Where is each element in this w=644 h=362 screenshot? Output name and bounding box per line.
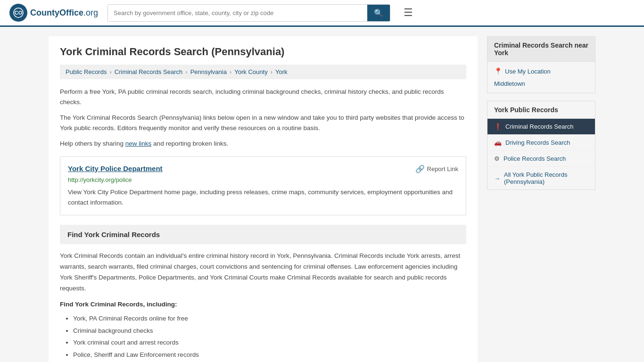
nearby-box-body: 📍 Use My Location Middletown <box>487 62 595 93</box>
report-icon: 🔗 <box>415 165 425 173</box>
arrow-icon: → <box>494 175 500 182</box>
logo-link[interactable]: CO CountyOffice.org <box>9 4 98 22</box>
find-section-header: Find York Criminal Records <box>60 225 466 244</box>
breadcrumb-york[interactable]: York <box>275 68 288 75</box>
list-item: York, PA Criminal Records online for fre… <box>73 313 466 325</box>
breadcrumb: Public Records › Criminal Records Search… <box>60 65 466 79</box>
breadcrumb-sep-4: › <box>271 68 272 75</box>
sidebar: Criminal Records Search near York 📍 Use … <box>487 36 595 362</box>
sidebar-item-police-records[interactable]: ⚙ Police Records Search <box>487 151 595 167</box>
location-pin-icon: 📍 <box>494 67 502 75</box>
settings-icon: ⚙ <box>494 155 500 162</box>
site-header: CO CountyOffice.org 🔍 ☰ <box>0 0 644 27</box>
page-title: York Criminal Records Search (Pennsylvan… <box>60 46 466 58</box>
breadcrumb-sep-2: › <box>185 68 187 75</box>
breadcrumb-criminal-records-search[interactable]: Criminal Records Search <box>115 68 183 75</box>
all-public-records-link[interactable]: → All York Public Records (Pennsylvania) <box>487 167 595 189</box>
middletown-link[interactable]: Middletown <box>494 80 525 87</box>
breadcrumb-pennsylvania[interactable]: Pennsylvania <box>190 68 227 75</box>
find-section-title: Find York Criminal Records <box>67 230 459 239</box>
sidebar-item-driving-records[interactable]: 🚗 Driving Records Search <box>487 135 595 151</box>
exclamation-icon: ❗ <box>494 123 502 130</box>
car-icon: 🚗 <box>494 139 502 146</box>
description-3: Help others by sharing new links and rep… <box>60 139 466 149</box>
police-records-link[interactable]: ⚙ Police Records Search <box>487 151 595 166</box>
description-1: Perform a free York, PA public criminal … <box>60 87 466 107</box>
breadcrumb-public-records[interactable]: Public Records <box>66 68 107 75</box>
record-description: View York City Police Department home pa… <box>68 187 458 207</box>
nearby-box-title: Criminal Records Search near York <box>487 37 595 62</box>
logo-text: CountyOffice.org <box>30 8 98 18</box>
record-link-title[interactable]: York City Police Department <box>68 165 163 173</box>
bullet-list: York, PA Criminal Records online for fre… <box>60 313 466 362</box>
search-bar: 🔍 <box>107 4 390 22</box>
main-content: York Criminal Records Search (Pennsylvan… <box>49 36 478 362</box>
record-link-header: York City Police Department 🔗 Report Lin… <box>68 165 458 173</box>
breadcrumb-sep-1: › <box>109 68 111 75</box>
driving-records-link[interactable]: 🚗 Driving Records Search <box>487 135 595 150</box>
find-section-body: York Criminal Records contain an individ… <box>60 251 466 294</box>
description-2: The York Criminal Records Search (Pennsy… <box>60 113 466 133</box>
public-records-title: York Public Records <box>487 101 595 119</box>
hamburger-menu-button[interactable]: ☰ <box>400 5 417 21</box>
search-input[interactable] <box>108 5 367 21</box>
use-location-link[interactable]: 📍 Use My Location <box>494 67 588 75</box>
sidebar-records-list: ❗ Criminal Records Search 🚗 Driving Reco… <box>487 119 595 167</box>
new-links-link[interactable]: new links <box>125 140 152 147</box>
logo-icon: CO <box>9 4 27 22</box>
criminal-records-link[interactable]: ❗ Criminal Records Search <box>487 119 595 134</box>
search-button[interactable]: 🔍 <box>367 5 390 21</box>
record-url: http://yorkcity.org/police <box>68 176 458 183</box>
public-records-box: York Public Records ❗ Criminal Records S… <box>487 101 595 190</box>
nearby-box: Criminal Records Search near York 📍 Use … <box>487 36 595 93</box>
svg-text:CO: CO <box>15 10 23 16</box>
breadcrumb-york-county[interactable]: York County <box>234 68 267 75</box>
list-item: Police, Sheriff and Law Enforcement reco… <box>73 349 466 361</box>
record-link-box: York City Police Department 🔗 Report Lin… <box>60 156 466 215</box>
list-item: York criminal court and arrest records <box>73 337 466 349</box>
list-item: Criminal background checks <box>73 325 466 337</box>
report-link-button[interactable]: 🔗 Report Link <box>415 165 458 173</box>
subsection-title: Find York Criminal Records, including: <box>60 301 466 308</box>
sidebar-item-criminal-records[interactable]: ❗ Criminal Records Search <box>487 119 595 135</box>
breadcrumb-sep-3: › <box>230 68 231 75</box>
